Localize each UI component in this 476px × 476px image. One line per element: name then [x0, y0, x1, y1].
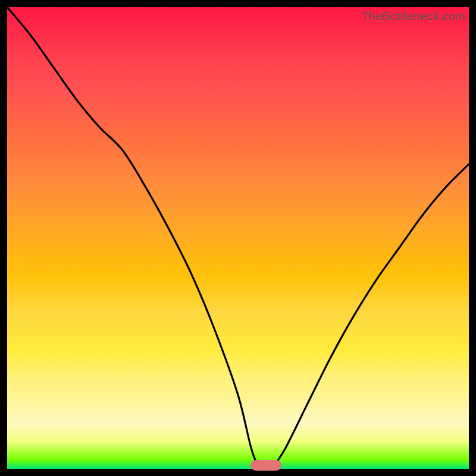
watermark-text: TheBottleneck.com: [361, 10, 465, 23]
optimal-point-marker: [250, 460, 281, 471]
bottleneck-curve: [7, 7, 469, 469]
